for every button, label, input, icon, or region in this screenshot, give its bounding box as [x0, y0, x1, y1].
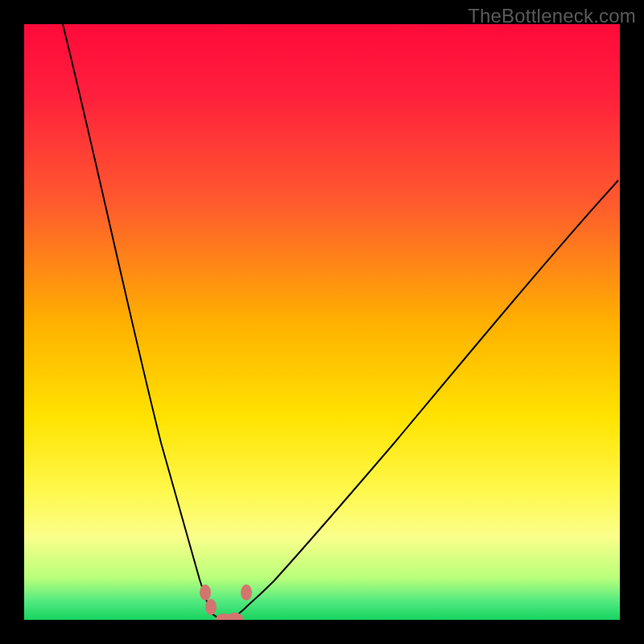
- watermark-text: TheBottleneck.com: [468, 5, 636, 27]
- chart-svg: [24, 24, 620, 620]
- chart-frame: TheBottleneck.com: [0, 0, 644, 644]
- plot-area: [24, 24, 620, 620]
- gradient-background: [24, 24, 620, 620]
- marker-4: [241, 584, 252, 601]
- marker-0: [200, 584, 211, 601]
- marker-1: [205, 599, 217, 615]
